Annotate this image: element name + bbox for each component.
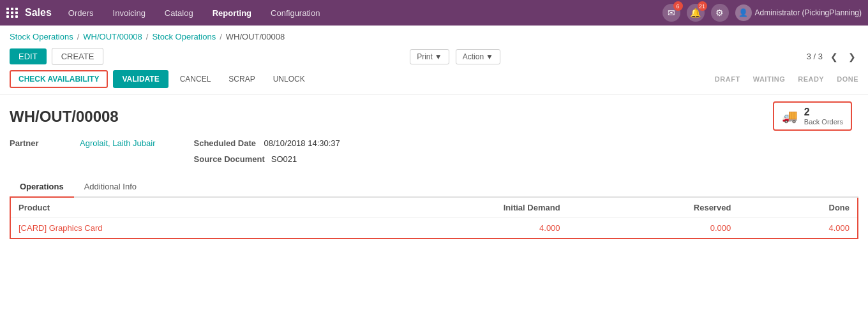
- pagination-label: 3 / 3: [807, 52, 823, 61]
- notification-bell-1[interactable]: ✉ 6: [662, 4, 680, 22]
- edit-button[interactable]: EDIT: [10, 48, 47, 64]
- left-fields: Partner Agrolait, Laith Jubair: [10, 138, 156, 164]
- done-cell: 4.000: [738, 218, 858, 239]
- breadcrumb: Stock Operations / WH/OUT/00008 / Stock …: [0, 26, 868, 45]
- back-orders-text: 2 Back Orders: [804, 107, 843, 126]
- col-header-reserved: Reserved: [568, 198, 739, 218]
- document-title: WH/OUT/00008: [10, 108, 858, 126]
- print-chevron-icon: ▼: [435, 52, 442, 61]
- nav-configuration[interactable]: Configuration: [267, 6, 324, 20]
- content-area: Stock Operations / WH/OUT/00008 / Stock …: [0, 26, 868, 331]
- main-nav: Orders Invoicing Catalog Reporting Confi…: [64, 6, 650, 20]
- nav-catalog[interactable]: Catalog: [161, 6, 197, 20]
- col-header-product: Product: [10, 198, 334, 218]
- toolbar-right: 3 / 3 ❮ ❯: [807, 50, 858, 63]
- action-chevron-icon: ▼: [486, 52, 493, 61]
- status-draft: DRAFT: [715, 75, 740, 83]
- form-area: 🚚 2 Back Orders WH/OUT/00008 Partner Agr…: [0, 95, 868, 249]
- toolbar: EDIT CREATE Print ▼ Action ▼ 3 / 3 ❮ ❯: [0, 45, 868, 70]
- source-document-field: Source Document SO021: [194, 154, 340, 164]
- nav-invoicing[interactable]: Invoicing: [109, 6, 149, 20]
- breadcrumb-wh-out-1[interactable]: WH/OUT/00008: [83, 32, 142, 41]
- partner-field: Partner Agrolait, Laith Jubair: [10, 138, 156, 148]
- navbar-right: ✉ 6 🔔 21 ⚙ 👤 Administrator (PickingPlann…: [662, 4, 862, 22]
- tabs-bar: Operations Additional Info: [10, 177, 858, 198]
- partner-value[interactable]: Agrolait, Laith Jubair: [80, 138, 156, 148]
- cancel-button[interactable]: CANCEL: [174, 71, 218, 87]
- back-orders-badge[interactable]: 🚚 2 Back Orders: [773, 101, 852, 131]
- toolbar-center: Print ▼ Action ▼: [108, 49, 801, 64]
- truck-icon: 🚚: [782, 108, 798, 124]
- app-title: Sales: [25, 7, 52, 18]
- product-cell: [CARD] Graphics Card: [10, 218, 334, 239]
- status-done: DONE: [837, 75, 858, 83]
- action-bar: CHECK AVAILABILITY VALIDATE CANCEL SCRAP…: [0, 70, 868, 95]
- back-orders-label: Back Orders: [804, 118, 843, 126]
- validate-button[interactable]: VALIDATE: [113, 70, 168, 88]
- breadcrumb-stock-operations-1[interactable]: Stock Operations: [10, 32, 73, 41]
- table-row: [CARD] Graphics Card 4.000 0.000 4.000: [10, 218, 858, 239]
- fields-row: Partner Agrolait, Laith Jubair Scheduled…: [10, 138, 858, 164]
- scrap-button[interactable]: SCRAP: [222, 71, 261, 87]
- scheduled-date-label: Scheduled Date: [194, 138, 258, 148]
- source-document-value: SO021: [271, 154, 297, 164]
- reserved-cell: 0.000: [568, 218, 739, 239]
- user-label: Administrator (PickingPlanning): [755, 8, 862, 17]
- print-label: Print: [417, 52, 433, 61]
- print-button[interactable]: Print ▼: [410, 49, 449, 64]
- scheduled-date-field: Scheduled Date 08/10/2018 14:30:37: [194, 138, 340, 148]
- notification-badge-1: 6: [673, 1, 683, 11]
- apps-grid-icon[interactable]: [6, 8, 19, 18]
- apps-menu[interactable]: Sales: [6, 7, 52, 18]
- breadcrumb-stock-operations-2[interactable]: Stock Operations: [152, 32, 216, 41]
- product-link[interactable]: [CARD] Graphics Card: [19, 223, 102, 233]
- unlock-button[interactable]: UNLOCK: [267, 71, 311, 87]
- prev-record-button[interactable]: ❮: [828, 50, 841, 63]
- tab-operations[interactable]: Operations: [10, 177, 74, 198]
- nav-orders[interactable]: Orders: [64, 6, 98, 20]
- source-document-label: Source Document: [194, 154, 265, 164]
- tab-additional-info[interactable]: Additional Info: [74, 177, 147, 198]
- breadcrumb-current: WH/OUT/00008: [226, 32, 285, 41]
- initial-demand-cell: 4.000: [334, 218, 568, 239]
- avatar: 👤: [735, 4, 752, 21]
- operations-table: Product Initial Demand Reserved Done [CA…: [10, 198, 858, 239]
- scheduled-date-value: 08/10/2018 14:30:37: [264, 138, 340, 148]
- user-menu[interactable]: 👤 Administrator (PickingPlanning): [735, 4, 862, 21]
- notification-badge-2: 21: [698, 1, 707, 11]
- create-button[interactable]: CREATE: [52, 48, 104, 65]
- breadcrumb-sep-2: /: [146, 32, 149, 41]
- next-record-button[interactable]: ❯: [846, 50, 858, 63]
- status-ready: READY: [798, 75, 824, 83]
- status-bar: DRAFT WAITING READY DONE: [715, 75, 858, 83]
- col-header-done: Done: [738, 198, 858, 218]
- check-availability-button[interactable]: CHECK AVAILABILITY: [10, 70, 108, 88]
- col-header-initial-demand: Initial Demand: [334, 198, 568, 218]
- breadcrumb-sep-1: /: [77, 32, 80, 41]
- navbar: Sales Orders Invoicing Catalog Reporting…: [0, 0, 868, 26]
- action-button[interactable]: Action ▼: [456, 49, 500, 64]
- breadcrumb-sep-3: /: [220, 32, 222, 41]
- partner-label: Partner: [10, 138, 73, 148]
- action-label: Action: [463, 52, 484, 61]
- notification-bell-2[interactable]: 🔔 21: [687, 4, 705, 22]
- nav-reporting[interactable]: Reporting: [209, 6, 255, 20]
- settings-icon[interactable]: ⚙: [711, 4, 729, 22]
- status-waiting: WAITING: [753, 75, 786, 83]
- right-fields: Scheduled Date 08/10/2018 14:30:37 Sourc…: [194, 138, 340, 164]
- back-orders-count: 2: [804, 107, 843, 118]
